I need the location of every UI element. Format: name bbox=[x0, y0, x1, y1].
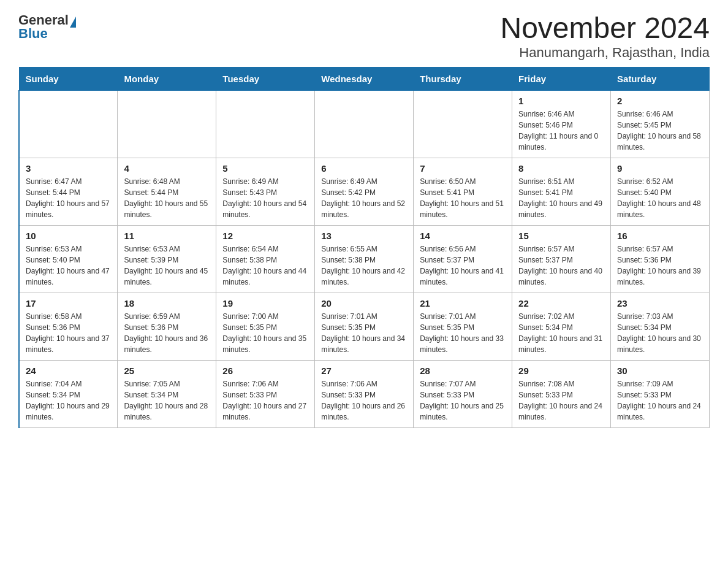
day-number: 9 bbox=[617, 163, 703, 174]
day-info: Sunrise: 6:53 AM Sunset: 5:40 PM Dayligh… bbox=[26, 243, 111, 288]
calendar-cell: 21Sunrise: 7:01 AM Sunset: 5:35 PM Dayli… bbox=[414, 293, 512, 360]
day-number: 10 bbox=[26, 231, 111, 241]
page-title: November 2024 bbox=[500, 12, 710, 45]
calendar-cell: 14Sunrise: 6:56 AM Sunset: 5:37 PM Dayli… bbox=[414, 225, 512, 293]
day-number: 25 bbox=[124, 366, 210, 376]
day-info: Sunrise: 6:48 AM Sunset: 5:44 PM Dayligh… bbox=[124, 176, 210, 220]
calendar-cell: 3Sunrise: 6:47 AM Sunset: 5:44 PM Daylig… bbox=[19, 158, 118, 225]
day-number: 6 bbox=[321, 163, 407, 174]
day-info: Sunrise: 7:09 AM Sunset: 5:33 PM Dayligh… bbox=[617, 378, 703, 423]
day-number: 20 bbox=[321, 298, 407, 308]
page-header: General Blue November 2024 Hanumangarh, … bbox=[18, 12, 710, 61]
day-info: Sunrise: 7:01 AM Sunset: 5:35 PM Dayligh… bbox=[420, 311, 506, 355]
calendar-week-row: 3Sunrise: 6:47 AM Sunset: 5:44 PM Daylig… bbox=[19, 158, 710, 225]
calendar-cell: 30Sunrise: 7:09 AM Sunset: 5:33 PM Dayli… bbox=[611, 360, 710, 427]
day-header-sunday: Sunday bbox=[19, 67, 118, 90]
calendar-cell: 19Sunrise: 7:00 AM Sunset: 5:35 PM Dayli… bbox=[216, 293, 315, 360]
calendar-cell: 9Sunrise: 6:52 AM Sunset: 5:40 PM Daylig… bbox=[611, 158, 710, 225]
day-number: 14 bbox=[420, 231, 506, 241]
day-number: 16 bbox=[617, 231, 703, 241]
calendar-cell: 8Sunrise: 6:51 AM Sunset: 5:41 PM Daylig… bbox=[512, 158, 611, 225]
calendar-cell: 6Sunrise: 6:49 AM Sunset: 5:42 PM Daylig… bbox=[315, 158, 414, 225]
day-info: Sunrise: 6:54 AM Sunset: 5:38 PM Dayligh… bbox=[222, 243, 308, 288]
calendar-cell: 12Sunrise: 6:54 AM Sunset: 5:38 PM Dayli… bbox=[216, 225, 315, 293]
day-number: 30 bbox=[617, 366, 703, 376]
day-info: Sunrise: 7:00 AM Sunset: 5:35 PM Dayligh… bbox=[222, 311, 308, 355]
calendar-week-row: 10Sunrise: 6:53 AM Sunset: 5:40 PM Dayli… bbox=[19, 225, 710, 293]
calendar-cell: 28Sunrise: 7:07 AM Sunset: 5:33 PM Dayli… bbox=[414, 360, 512, 427]
calendar-week-row: 17Sunrise: 6:58 AM Sunset: 5:36 PM Dayli… bbox=[19, 293, 710, 360]
day-info: Sunrise: 6:57 AM Sunset: 5:37 PM Dayligh… bbox=[518, 243, 604, 288]
day-info: Sunrise: 6:57 AM Sunset: 5:36 PM Dayligh… bbox=[617, 243, 703, 288]
day-number: 15 bbox=[518, 231, 604, 241]
calendar-cell bbox=[118, 90, 216, 158]
day-number: 5 bbox=[222, 163, 308, 174]
day-info: Sunrise: 7:02 AM Sunset: 5:34 PM Dayligh… bbox=[518, 311, 604, 355]
day-number: 19 bbox=[222, 298, 308, 308]
calendar-cell bbox=[315, 90, 414, 158]
day-info: Sunrise: 7:08 AM Sunset: 5:33 PM Dayligh… bbox=[518, 378, 604, 423]
day-number: 8 bbox=[518, 163, 604, 174]
title-block: November 2024 Hanumangarh, Rajasthan, In… bbox=[500, 12, 710, 61]
day-header-wednesday: Wednesday bbox=[315, 67, 414, 90]
calendar-cell: 15Sunrise: 6:57 AM Sunset: 5:37 PM Dayli… bbox=[512, 225, 611, 293]
day-number: 27 bbox=[321, 366, 407, 376]
calendar-cell: 13Sunrise: 6:55 AM Sunset: 5:38 PM Dayli… bbox=[315, 225, 414, 293]
day-info: Sunrise: 6:46 AM Sunset: 5:45 PM Dayligh… bbox=[617, 109, 703, 153]
day-number: 1 bbox=[518, 96, 604, 106]
day-info: Sunrise: 7:05 AM Sunset: 5:34 PM Dayligh… bbox=[124, 378, 210, 423]
calendar-cell bbox=[216, 90, 315, 158]
calendar-table: SundayMondayTuesdayWednesdayThursdayFrid… bbox=[18, 67, 710, 428]
day-number: 12 bbox=[222, 231, 308, 241]
calendar-cell: 10Sunrise: 6:53 AM Sunset: 5:40 PM Dayli… bbox=[19, 225, 118, 293]
calendar-cell: 26Sunrise: 7:06 AM Sunset: 5:33 PM Dayli… bbox=[216, 360, 315, 427]
day-info: Sunrise: 6:52 AM Sunset: 5:40 PM Dayligh… bbox=[617, 176, 703, 220]
day-number: 28 bbox=[420, 366, 506, 376]
calendar-cell: 20Sunrise: 7:01 AM Sunset: 5:35 PM Dayli… bbox=[315, 293, 414, 360]
day-number: 17 bbox=[26, 298, 111, 308]
day-header-monday: Monday bbox=[118, 67, 216, 90]
day-info: Sunrise: 6:50 AM Sunset: 5:41 PM Dayligh… bbox=[420, 176, 506, 220]
calendar-cell: 29Sunrise: 7:08 AM Sunset: 5:33 PM Dayli… bbox=[512, 360, 611, 427]
logo-triangle-icon bbox=[70, 17, 76, 28]
calendar-cell: 17Sunrise: 6:58 AM Sunset: 5:36 PM Dayli… bbox=[19, 293, 118, 360]
day-number: 29 bbox=[518, 366, 604, 376]
day-number: 2 bbox=[617, 96, 703, 106]
day-number: 4 bbox=[124, 163, 210, 174]
calendar-cell: 27Sunrise: 7:06 AM Sunset: 5:33 PM Dayli… bbox=[315, 360, 414, 427]
calendar-week-row: 1Sunrise: 6:46 AM Sunset: 5:46 PM Daylig… bbox=[19, 90, 710, 158]
calendar-cell: 5Sunrise: 6:49 AM Sunset: 5:43 PM Daylig… bbox=[216, 158, 315, 225]
day-info: Sunrise: 6:58 AM Sunset: 5:36 PM Dayligh… bbox=[26, 311, 111, 355]
day-info: Sunrise: 7:03 AM Sunset: 5:34 PM Dayligh… bbox=[617, 311, 703, 355]
day-info: Sunrise: 7:06 AM Sunset: 5:33 PM Dayligh… bbox=[222, 378, 308, 423]
logo: General Blue bbox=[18, 12, 76, 42]
day-info: Sunrise: 6:53 AM Sunset: 5:39 PM Dayligh… bbox=[124, 243, 210, 288]
calendar-cell: 4Sunrise: 6:48 AM Sunset: 5:44 PM Daylig… bbox=[118, 158, 216, 225]
day-header-friday: Friday bbox=[512, 67, 611, 90]
day-info: Sunrise: 6:55 AM Sunset: 5:38 PM Dayligh… bbox=[321, 243, 407, 288]
logo-blue-text: Blue bbox=[18, 26, 76, 42]
day-info: Sunrise: 6:49 AM Sunset: 5:43 PM Dayligh… bbox=[222, 176, 308, 220]
day-info: Sunrise: 6:46 AM Sunset: 5:46 PM Dayligh… bbox=[518, 109, 604, 153]
day-header-saturday: Saturday bbox=[611, 67, 710, 90]
day-info: Sunrise: 7:01 AM Sunset: 5:35 PM Dayligh… bbox=[321, 311, 407, 355]
day-info: Sunrise: 7:06 AM Sunset: 5:33 PM Dayligh… bbox=[321, 378, 407, 423]
day-info: Sunrise: 7:04 AM Sunset: 5:34 PM Dayligh… bbox=[26, 378, 111, 423]
day-number: 22 bbox=[518, 298, 604, 308]
day-info: Sunrise: 6:49 AM Sunset: 5:42 PM Dayligh… bbox=[321, 176, 407, 220]
day-info: Sunrise: 6:56 AM Sunset: 5:37 PM Dayligh… bbox=[420, 243, 506, 288]
calendar-cell: 18Sunrise: 6:59 AM Sunset: 5:36 PM Dayli… bbox=[118, 293, 216, 360]
calendar-cell: 25Sunrise: 7:05 AM Sunset: 5:34 PM Dayli… bbox=[118, 360, 216, 427]
calendar-cell: 7Sunrise: 6:50 AM Sunset: 5:41 PM Daylig… bbox=[414, 158, 512, 225]
calendar-cell: 2Sunrise: 6:46 AM Sunset: 5:45 PM Daylig… bbox=[611, 90, 710, 158]
day-header-thursday: Thursday bbox=[414, 67, 512, 90]
day-info: Sunrise: 6:59 AM Sunset: 5:36 PM Dayligh… bbox=[124, 311, 210, 355]
day-info: Sunrise: 6:47 AM Sunset: 5:44 PM Dayligh… bbox=[26, 176, 111, 220]
calendar-cell bbox=[414, 90, 512, 158]
day-number: 18 bbox=[124, 298, 210, 308]
day-number: 23 bbox=[617, 298, 703, 308]
calendar-cell bbox=[19, 90, 118, 158]
calendar-cell: 22Sunrise: 7:02 AM Sunset: 5:34 PM Dayli… bbox=[512, 293, 611, 360]
day-number: 7 bbox=[420, 163, 506, 174]
day-number: 21 bbox=[420, 298, 506, 308]
